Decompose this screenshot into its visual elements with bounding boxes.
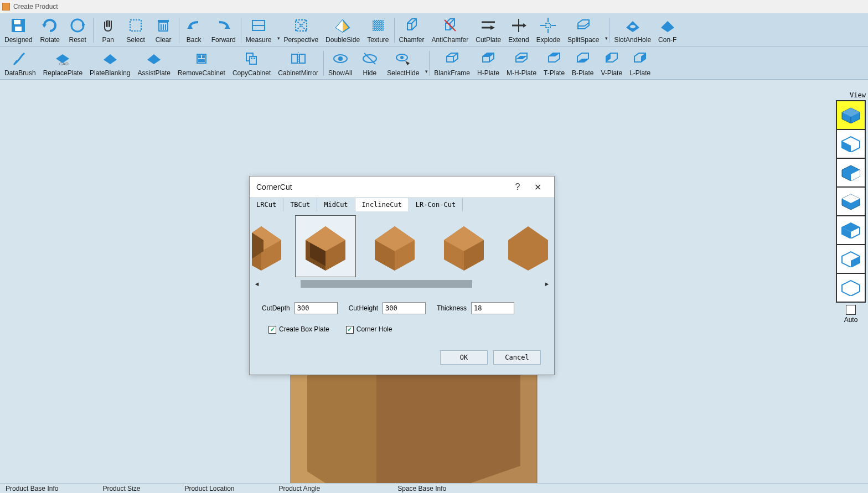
svg-marker-65	[516, 56, 527, 59]
status-item[interactable]: Space Base Info	[397, 485, 446, 492]
tab-lrcut[interactable]: LRCut	[250, 198, 283, 211]
mhplate-button[interactable]: M-H-Plate	[503, 49, 540, 78]
view-iso-7[interactable]	[836, 273, 866, 303]
texture-icon	[369, 17, 387, 34]
scroll-left-icon[interactable]: ◄	[253, 281, 261, 287]
select-button[interactable]: Select	[122, 15, 150, 45]
help-button[interactable]: ?	[508, 182, 528, 192]
dialog-titlebar: CornerCut ? ✕	[250, 177, 554, 198]
replaceplate-button[interactable]: CAD ReplacePlate	[40, 49, 86, 78]
status-item[interactable]: Product Location	[184, 485, 234, 492]
cut-option-5[interactable]	[503, 215, 552, 277]
bplate-button[interactable]: B-Plate	[569, 49, 597, 78]
svg-rect-6	[130, 20, 141, 31]
assistplate-button[interactable]: AssistPlate	[134, 49, 174, 78]
scroll-right-icon[interactable]: ►	[543, 281, 551, 287]
removecabinet-button[interactable]: RemoveCabinet	[174, 49, 229, 78]
texture-button[interactable]: Texture	[364, 15, 392, 45]
mhplate-icon	[513, 50, 530, 68]
cancel-button[interactable]: Cancel	[493, 350, 541, 365]
conf-button[interactable]: Con-F	[655, 15, 680, 45]
toolbar-secondary: DataBrush CAD ReplacePlate PlateBlanking…	[0, 46, 868, 80]
cutdepth-input[interactable]	[294, 302, 338, 314]
copycabinet-button[interactable]: CopyCabinet	[229, 49, 275, 78]
cutheight-label: CutHeight	[349, 304, 378, 312]
tplate-button[interactable]: T-Plate	[540, 49, 569, 78]
hand-icon	[99, 17, 117, 34]
cutheight-input[interactable]	[383, 302, 426, 314]
tab-midcut[interactable]: MidCut	[317, 198, 355, 211]
svg-rect-49	[198, 59, 205, 62]
svg-point-4	[71, 19, 84, 32]
extend-button[interactable]: Extend	[505, 15, 533, 45]
undo-icon	[185, 17, 203, 34]
doubleside-button[interactable]: DoubleSide	[322, 15, 364, 45]
slotandhole-button[interactable]: SlotAndHole	[611, 15, 655, 45]
reset-icon	[69, 17, 86, 34]
antichamfer-button[interactable]: AntiChamfer	[428, 15, 473, 45]
cutdepth-label: CutDepth	[262, 304, 290, 312]
close-button[interactable]: ✕	[528, 182, 547, 193]
back-button[interactable]: Back	[180, 15, 208, 45]
view-iso-6[interactable]	[836, 244, 866, 274]
checkbox-icon[interactable]	[846, 305, 856, 315]
cut-option-1[interactable]	[252, 215, 287, 277]
select-icon	[127, 17, 144, 34]
showall-button[interactable]: ShowAll	[325, 49, 356, 78]
measure-button[interactable]: Measure	[242, 15, 276, 45]
reset-button[interactable]: Reset	[64, 15, 92, 45]
cutplate-button[interactable]: CutPlate	[472, 15, 505, 45]
dialog-body: ◄ ► CutDepth CutHeight Thickness ✓Create…	[250, 211, 554, 375]
scroll-track[interactable]	[261, 280, 543, 288]
thumbnail-scrollbar[interactable]: ◄ ►	[252, 279, 552, 289]
pan-button[interactable]: Pan	[95, 15, 122, 45]
databrush-button[interactable]: DataBrush	[1, 49, 40, 78]
thickness-input[interactable]	[471, 302, 514, 314]
clear-button[interactable]: Clear	[150, 15, 178, 45]
chamfer-button[interactable]: Chamfer	[396, 15, 428, 45]
selecthide-button[interactable]: SelectHide	[384, 49, 423, 78]
rotate-button[interactable]: Rotate	[37, 15, 64, 45]
perspective-button[interactable]: Perspective	[280, 15, 322, 45]
forward-button[interactable]: Forward	[208, 15, 240, 45]
explode-button[interactable]: Explode	[533, 15, 564, 45]
tplate-icon	[545, 50, 563, 68]
cut-option-3[interactable]	[364, 215, 425, 277]
view-auto[interactable]: Auto	[836, 305, 866, 324]
hplate-button[interactable]: H-Plate	[474, 49, 503, 78]
svg-marker-3	[42, 24, 46, 28]
tab-lrconcut[interactable]: LR-Con-Cut	[409, 198, 463, 211]
cabinetmirror-button[interactable]: CabinetMirror	[275, 49, 322, 78]
chamfer-icon	[403, 17, 421, 34]
removecabinet-icon	[193, 50, 210, 68]
view-iso-5[interactable]	[836, 215, 866, 245]
svg-rect-51	[250, 56, 256, 64]
chevron-down-icon[interactable]: ▾	[605, 20, 608, 41]
assistplate-icon	[145, 50, 163, 68]
designed-button[interactable]: Designed	[1, 15, 37, 45]
status-item[interactable]: Product Size	[102, 485, 140, 492]
lplate-button[interactable]: L-Plate	[626, 49, 654, 78]
view-iso-4[interactable]	[836, 186, 866, 216]
svg-rect-8	[158, 20, 169, 22]
chevron-down-icon[interactable]: ▾	[425, 53, 428, 74]
vplate-button[interactable]: V-Plate	[597, 49, 626, 78]
status-item[interactable]: Product Angle	[279, 485, 321, 492]
view-iso-1[interactable]	[836, 100, 866, 130]
ok-button[interactable]: OK	[440, 350, 488, 365]
perspective-icon	[292, 17, 310, 34]
createboxplate-checkbox[interactable]: ✓Create Box Plate	[268, 325, 329, 334]
cornerhole-checkbox[interactable]: ✓Corner Hole	[346, 325, 392, 334]
tab-tbcut[interactable]: TBCut	[283, 198, 317, 211]
blankframe-button[interactable]: BlankFrame	[431, 49, 474, 78]
splitspace-button[interactable]: SplitSpace	[564, 15, 603, 45]
tab-inclinecut[interactable]: InclineCut	[355, 198, 409, 211]
status-item[interactable]: Product Base Info	[6, 485, 58, 492]
view-iso-3[interactable]	[836, 158, 866, 188]
cut-option-4[interactable]	[433, 215, 494, 277]
scroll-thumb[interactable]	[301, 280, 472, 288]
cut-option-2[interactable]	[295, 215, 356, 277]
plateblanking-button[interactable]: PlateBlanking	[86, 49, 134, 78]
hide-button[interactable]: Hide	[356, 49, 384, 78]
view-iso-2[interactable]	[836, 129, 866, 159]
